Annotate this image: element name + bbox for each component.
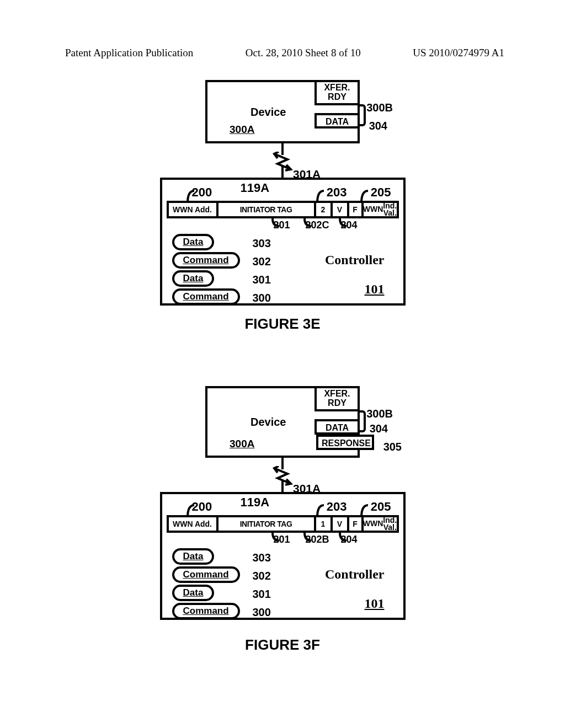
cell-count: 1 bbox=[314, 515, 333, 533]
ref-119a: 119A bbox=[241, 495, 270, 510]
device-box: Device 300A XFER. RDY DATA 300B 304 bbox=[205, 80, 360, 143]
queue-row: Command 302 bbox=[172, 252, 240, 269]
ref-202: 202B bbox=[306, 534, 329, 545]
controller-label: Controller bbox=[325, 567, 385, 582]
cell-ind-line1: WWN bbox=[363, 520, 383, 527]
bracket-300b bbox=[358, 104, 366, 126]
queue-ref: 303 bbox=[253, 237, 271, 250]
ref-205: 205 bbox=[371, 500, 391, 514]
cell-wwn-add: WWN Add. bbox=[167, 515, 218, 533]
queue-pill: Command bbox=[172, 288, 240, 305]
queue-row: Data 301 bbox=[172, 270, 240, 287]
queue-pill: Data bbox=[172, 270, 215, 287]
queue-pill: Data bbox=[172, 234, 215, 250]
ref-300b: 300B bbox=[366, 408, 393, 420]
data-cell: DATA bbox=[315, 113, 360, 129]
ref-304: 304 bbox=[370, 422, 388, 435]
queue-stack: Data 303 Command 302 Data 301 Command 30… bbox=[172, 548, 240, 621]
ref-201: 201 bbox=[274, 534, 290, 545]
cell-ind-line1: WWN bbox=[363, 206, 383, 213]
connector: 301A bbox=[280, 143, 285, 179]
ref-304: 304 bbox=[369, 120, 387, 132]
queue-row: Data 303 bbox=[172, 548, 240, 565]
ref-119a: 119A bbox=[241, 181, 270, 195]
ref-204: 204 bbox=[341, 220, 358, 231]
xfer-text: XFER. bbox=[320, 389, 354, 399]
queue-pill: Data bbox=[172, 548, 215, 565]
queue-pill: Command bbox=[172, 252, 240, 269]
ref-205: 205 bbox=[371, 185, 391, 200]
rdy-text: RDY bbox=[320, 399, 354, 408]
ref-200: 200 bbox=[192, 500, 212, 514]
tag-row: WWN Add. INITIATOR TAG 2 V F WWN Ind. Va… bbox=[167, 201, 399, 218]
queue-pill: Data bbox=[172, 585, 215, 601]
queue-row: Data 301 bbox=[172, 585, 240, 601]
cell-count: 2 bbox=[314, 201, 333, 218]
controller-label: Controller bbox=[325, 253, 385, 267]
cell-v: V bbox=[331, 515, 349, 533]
ref-204: 204 bbox=[341, 534, 358, 545]
queue-ref: 300 bbox=[253, 606, 271, 619]
controller-box: 119A 200 203 205 WWN Add. INITIATOR TAG … bbox=[160, 492, 406, 620]
figure-caption: FIGURE 3F bbox=[245, 636, 320, 654]
queue-ref: 303 bbox=[253, 552, 271, 564]
connector-line-bottom bbox=[281, 167, 284, 179]
controller-ref: 101 bbox=[365, 282, 385, 297]
device-ref: 300A bbox=[230, 438, 254, 450]
controller-ref: 101 bbox=[365, 596, 385, 611]
queue-row: Command 302 bbox=[172, 566, 240, 583]
data-cell: DATA bbox=[315, 419, 360, 435]
xfer-rdy-cell: XFER. RDY bbox=[315, 80, 360, 105]
cell-v: V bbox=[331, 201, 349, 218]
queue-ref: 301 bbox=[253, 588, 271, 601]
cell-wwn-ind-val: WWN Ind. Val. bbox=[361, 201, 399, 218]
figure-3f: Device 300A XFER. RDY DATA RESPONSE 300B… bbox=[0, 386, 565, 654]
bracket-300b bbox=[358, 410, 366, 432]
ref-300b: 300B bbox=[366, 101, 393, 114]
queue-pill: Command bbox=[172, 566, 240, 583]
header-center: Oct. 28, 2010 Sheet 8 of 10 bbox=[246, 47, 361, 59]
cell-ind-line2: Ind. Val. bbox=[383, 517, 397, 532]
figure-caption: FIGURE 3E bbox=[244, 315, 320, 333]
connector-line-bottom bbox=[281, 481, 284, 493]
ref-305: 305 bbox=[383, 441, 402, 453]
queue-row: Command 300 bbox=[172, 288, 240, 305]
cell-wwn-add: WWN Add. bbox=[167, 201, 218, 218]
device-label: Device bbox=[250, 416, 286, 429]
ref-203: 203 bbox=[327, 185, 347, 200]
queue-ref: 300 bbox=[253, 292, 271, 304]
figure-3e: Device 300A XFER. RDY DATA 300B 304 301A… bbox=[0, 80, 565, 333]
response-cell: RESPONSE bbox=[316, 435, 374, 450]
queue-pill: Command bbox=[172, 603, 240, 619]
queue-row: Command 300 bbox=[172, 603, 240, 619]
device-label: Device bbox=[250, 106, 286, 119]
queue-ref: 302 bbox=[253, 570, 271, 582]
ref-203: 203 bbox=[327, 500, 347, 514]
xfer-rdy-cell: XFER. RDY bbox=[315, 386, 360, 411]
ref-201: 201 bbox=[274, 220, 290, 231]
cell-initiator-tag: INITIATOR TAG bbox=[216, 201, 316, 218]
page-header: Patent Application Publication Oct. 28, … bbox=[0, 47, 565, 59]
ref-200: 200 bbox=[192, 185, 212, 200]
cell-ind-line2: Ind. Val. bbox=[383, 202, 397, 217]
queue-ref: 301 bbox=[253, 274, 271, 286]
device-ref: 300A bbox=[230, 124, 254, 136]
ref-202: 202C bbox=[306, 220, 329, 231]
controller-box: 119A 200 203 205 WWN Add. INITIATOR TAG … bbox=[160, 178, 406, 306]
header-left: Patent Application Publication bbox=[65, 47, 193, 59]
tag-row: WWN Add. INITIATOR TAG 1 V F WWN Ind. Va… bbox=[167, 515, 399, 533]
xfer-text: XFER. bbox=[320, 83, 354, 93]
device-box: Device 300A XFER. RDY DATA RESPONSE 300B… bbox=[205, 386, 360, 458]
queue-ref: 302 bbox=[253, 255, 271, 268]
cell-initiator-tag: INITIATOR TAG bbox=[216, 515, 316, 533]
cell-wwn-ind-val: WWN Ind. Val. bbox=[361, 515, 399, 533]
rdy-text: RDY bbox=[320, 93, 354, 102]
queue-row: Data 303 bbox=[172, 234, 240, 250]
header-right: US 2010/0274979 A1 bbox=[413, 47, 504, 59]
queue-stack: Data 303 Command 302 Data 301 Command 30… bbox=[172, 234, 240, 307]
connector: 301A bbox=[280, 457, 285, 493]
